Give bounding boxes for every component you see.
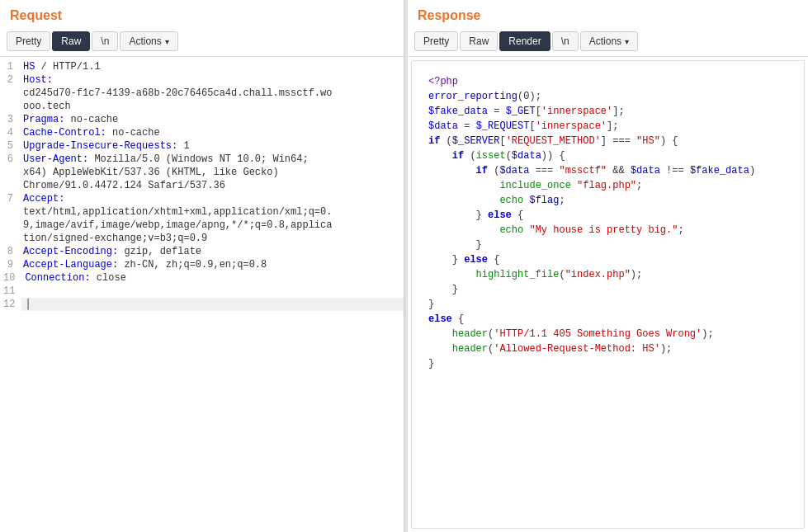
actions-button-response[interactable]: Actions ▾ [580, 31, 638, 51]
chevron-down-icon-response: ▾ [625, 37, 629, 46]
tab-raw-response[interactable]: Raw [460, 31, 498, 51]
tab-newline-response[interactable]: \n [552, 31, 579, 51]
code-line-5: 5 Upgrade-Insecure-Requests: 1 [0, 139, 404, 153]
code-line-7: 7 Accept:text/html,application/xhtml+xml… [0, 192, 404, 245]
code-line-4: 4 Cache-Control: no-cache [0, 126, 404, 139]
php-code: <?php error_reporting(0); $fake_data = $… [418, 68, 804, 378]
tab-newline[interactable]: \n [92, 31, 118, 51]
tab-pretty-response[interactable]: Pretty [414, 31, 458, 51]
code-line-2: 2 Host: [0, 73, 404, 87]
code-line-6: 6 User-Agent: Mozilla/5.0 (Windows NT 10… [0, 153, 404, 192]
code-line-8: 8 Accept-Encoding: gzip, deflate [0, 245, 404, 258]
request-title: Request [0, 0, 404, 28]
code-line-10: 10 Connection: close [0, 271, 404, 285]
response-title: Response [408, 0, 808, 28]
response-panel: Response Pretty Raw Render \n Actions ▾ … [408, 0, 808, 532]
request-toolbar: Pretty Raw \n Actions ▾ [0, 28, 404, 57]
response-code-area[interactable]: <?php error_reporting(0); $fake_data = $… [411, 60, 805, 529]
code-line-1: 1 HS / HTTP/1.1 [0, 60, 404, 73]
tab-render-response[interactable]: Render [499, 31, 550, 51]
code-line-9: 9 Accept-Language: zh-CN, zh;q=0.9,en;q=… [0, 258, 404, 271]
code-line-3: 3 Pragma: no-cache [0, 113, 404, 126]
response-toolbar: Pretty Raw Render \n Actions ▾ [408, 28, 808, 57]
code-line-11: 11 [0, 285, 404, 298]
code-line-2b: cd245d70-f1c7-4139-a68b-20c76465ca4d.cha… [0, 87, 404, 113]
chevron-down-icon: ▾ [165, 37, 169, 46]
code-line-12: 12 │ [0, 298, 404, 311]
actions-button[interactable]: Actions ▾ [120, 31, 177, 51]
request-panel: Request Pretty Raw \n Actions ▾ 1 HS / H… [0, 0, 404, 532]
request-code-area[interactable]: 1 HS / HTTP/1.1 2 Host: cd245d70-f1c7-41… [0, 57, 404, 532]
tab-raw[interactable]: Raw [52, 31, 90, 51]
tab-pretty[interactable]: Pretty [7, 31, 50, 51]
